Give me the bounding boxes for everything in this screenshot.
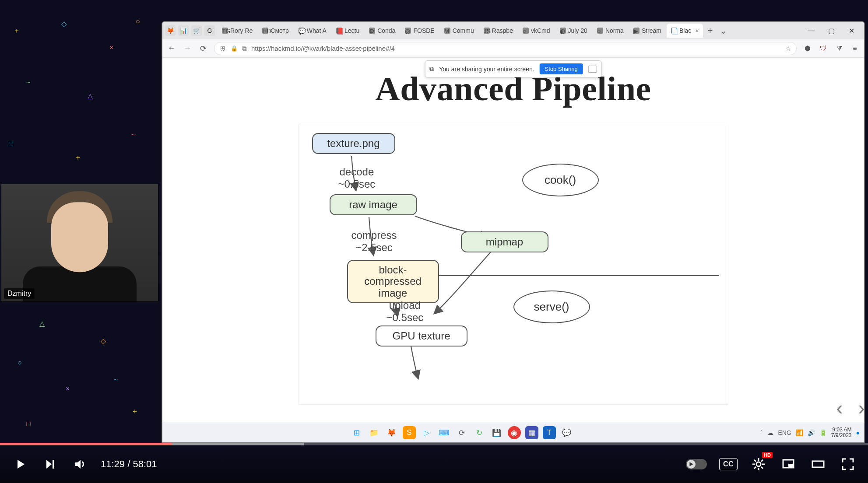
taskbar-app[interactable]: ◉ — [508, 426, 521, 439]
tray-wifi-icon[interactable]: 📶 — [796, 429, 803, 436]
browser-tab[interactable]: HDСмотр — [258, 24, 293, 38]
close-tab-icon[interactable]: × — [695, 27, 699, 34]
favicon-icon: 📕 — [336, 28, 342, 34]
tabs-dropdown-icon[interactable]: ⌄ — [717, 25, 729, 36]
new-tab-button[interactable]: + — [704, 26, 716, 36]
favicon-icon: ▶ — [633, 28, 640, 34]
browser-tab[interactable]: ◐July 20 — [555, 24, 592, 38]
bookmark-star-icon[interactable]: ☆ — [785, 45, 791, 52]
captions-button[interactable]: CC — [719, 458, 738, 470]
profile-icon[interactable]: 📊 — [178, 25, 189, 36]
settings-button[interactable]: HD — [750, 455, 767, 473]
svg-rect-11 — [788, 464, 793, 467]
miniplayer-button[interactable] — [780, 455, 797, 473]
browser-tab[interactable]: 💬What A — [294, 24, 331, 38]
diagram-node-texture: texture.png — [312, 133, 395, 154]
slide-prev-button[interactable]: ‹ — [831, 399, 848, 416]
video-timecode: 11:29 / 58:01 — [101, 458, 157, 470]
stop-sharing-button[interactable]: Stop Sharing — [540, 63, 583, 74]
taskbar-app[interactable]: ↻ — [473, 426, 486, 439]
browser-tab[interactable]: TGRory Re — [218, 24, 257, 38]
taskbar-app[interactable]: ▷ — [420, 426, 433, 439]
tray-clock[interactable]: 9:03 AM 7/9/2023 — [831, 427, 852, 438]
svg-line-6 — [754, 460, 756, 462]
windows-taskbar: ⊞ 📁 🦊 S ▷ ⌨ ⟳ ↻ 💾 ◉ ▦ T 💬 ˄ ☁ ENG 📶 🔊 — [162, 423, 864, 442]
favicon-icon: ○ — [523, 28, 529, 34]
volume-button[interactable] — [71, 455, 88, 473]
address-bar[interactable]: ⛨ 🔒 ⧉ https://hackmd.io/@kvark/blade-ass… — [214, 42, 797, 55]
svg-line-9 — [754, 467, 756, 469]
extension-icon[interactable]: ⬢ — [803, 44, 812, 53]
profile-icon[interactable]: G — [204, 25, 215, 36]
fullscreen-button[interactable] — [839, 455, 857, 473]
play-button[interactable] — [11, 455, 29, 473]
browser-tab[interactable]: ◎FOSDE — [401, 24, 439, 38]
svg-rect-12 — [812, 461, 824, 467]
svg-line-8 — [761, 460, 763, 462]
taskbar-app-firefox[interactable]: 🦊 — [385, 426, 398, 439]
taskbar-app[interactable]: ⟳ — [455, 426, 468, 439]
autoplay-toggle[interactable] — [686, 459, 707, 469]
window-close-button[interactable]: ✕ — [841, 27, 861, 35]
share-icon: ⧉ — [429, 65, 434, 73]
svg-rect-0 — [53, 460, 54, 469]
svg-point-1 — [756, 462, 761, 466]
browser-tab[interactable]: JSRaspbe — [479, 24, 517, 38]
browser-tab[interactable]: MCommu — [440, 24, 478, 38]
taskbar-app[interactable]: ▦ — [525, 426, 538, 439]
favicon-icon: 📄 — [671, 28, 677, 34]
favicon-icon: HD — [262, 28, 268, 34]
browser-tab[interactable]: ▶Stream — [629, 24, 666, 38]
favicon-icon: ○ — [597, 28, 603, 34]
tray-volume-icon[interactable]: 🔊 — [808, 429, 815, 436]
browser-tab[interactable]: ⚙Conda — [365, 24, 400, 38]
app-menu-button[interactable]: ≡ — [850, 44, 860, 53]
taskbar-app-sublime[interactable]: S — [403, 426, 416, 439]
browser-tab[interactable]: 📕Lectu — [332, 24, 364, 38]
browser-tab-active[interactable]: 📄Blac× — [667, 24, 703, 38]
diagram-label-compress: compress ~2.5sec — [351, 229, 397, 253]
share-hide-button[interactable] — [588, 66, 597, 73]
browser-tab-strip: 🦊 📊 🛒 G TGRory Re HDСмотр 💬What A 📕Lectu… — [162, 22, 864, 39]
favicon-icon: JS — [484, 28, 490, 34]
browser-tab[interactable]: ○vkCmd — [518, 24, 555, 38]
taskbar-start-button[interactable]: ⊞ — [350, 426, 363, 439]
extension-ublock-icon[interactable]: 🛡 — [819, 44, 828, 53]
favicon-icon: ◐ — [560, 28, 566, 34]
slide-next-button[interactable]: › — [853, 399, 868, 416]
shield-icon[interactable]: ⛨ — [220, 45, 226, 52]
tray-battery-icon[interactable]: 🔋 — [819, 429, 827, 436]
presenter-webcam: Dzmitry — [1, 184, 158, 302]
presenter-name-tag: Dzmitry — [4, 288, 35, 299]
taskbar-app[interactable]: 💾 — [490, 426, 503, 439]
next-button[interactable] — [41, 455, 59, 473]
reload-button[interactable]: ⟳ — [198, 44, 208, 53]
taskbar-app-discord[interactable]: 💬 — [560, 426, 573, 439]
browser-toolbar: ← → ⟳ ⛨ 🔒 ⧉ https://hackmd.io/@kvark/bla… — [162, 39, 864, 58]
diagram-node-gpu: GPU texture — [376, 326, 467, 346]
tray-language[interactable]: ENG — [778, 429, 791, 436]
lock-icon[interactable]: 🔒 — [231, 45, 238, 52]
tray-notifications-icon[interactable]: ● — [856, 429, 860, 436]
tray-cloud-icon[interactable]: ☁ — [767, 429, 773, 436]
diagram-node-mipmap: mipmap — [461, 231, 548, 252]
window-maximize-button[interactable]: ▢ — [821, 27, 841, 35]
diagram-label-upload: upload ~0.5sec — [387, 299, 424, 323]
forward-button[interactable]: → — [183, 44, 192, 53]
window-minimize-button[interactable]: — — [801, 27, 821, 35]
theater-mode-button[interactable] — [809, 455, 827, 473]
extensions-icon[interactable]: ⧩ — [834, 44, 844, 53]
browser-tab[interactable]: ○Norma — [593, 24, 628, 38]
taskbar-app-explorer[interactable]: 📁 — [368, 426, 381, 439]
pipeline-diagram: texture.png decode ~0.5sec raw image com… — [299, 124, 728, 404]
profile-icon[interactable]: 🛒 — [191, 25, 202, 36]
back-button[interactable]: ← — [167, 44, 176, 53]
tray-chevron-icon[interactable]: ˄ — [760, 429, 763, 436]
taskbar-app-vscode[interactable]: ⌨ — [438, 426, 451, 439]
profile-icon[interactable]: 🦊 — [165, 25, 176, 36]
permission-icon[interactable]: ⧉ — [242, 45, 247, 52]
diagram-node-block: block-compressed image — [347, 260, 439, 303]
favicon-icon: ◎ — [405, 28, 411, 34]
diagram-label-decode: decode ~0.5sec — [338, 166, 376, 190]
taskbar-app[interactable]: T — [543, 426, 556, 439]
